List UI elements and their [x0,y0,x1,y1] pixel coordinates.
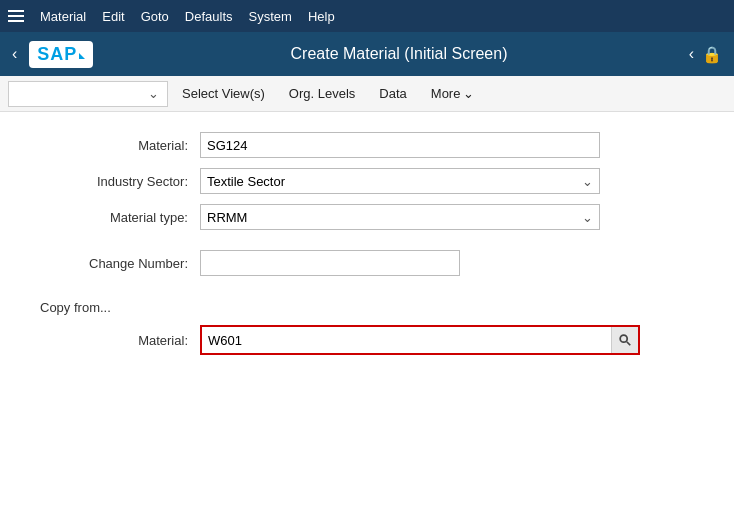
industry-sector-chevron-icon: ⌄ [582,174,593,189]
material-label: Material: [40,138,200,153]
data-button[interactable]: Data [369,81,416,107]
nav-back-icon[interactable]: ‹ [689,45,694,63]
material-row: Material: [40,132,694,158]
more-button[interactable]: More ⌄ [421,81,485,107]
nav-lock-icon[interactable]: 🔒 [702,45,722,64]
copy-from-section: Copy from... Material: [40,300,694,355]
menu-edit[interactable]: Edit [102,9,124,24]
change-number-label: Change Number: [40,256,200,271]
svg-point-0 [620,335,627,342]
material-type-chevron-icon: ⌄ [582,210,593,225]
industry-sector-row: Industry Sector: Textile Sector ⌄ [40,168,694,194]
chevron-down-icon: ⌄ [148,86,159,101]
industry-sector-value: Textile Sector [207,174,582,189]
change-number-input[interactable] [200,250,460,276]
sap-logo-text: SAP [37,44,77,64]
more-chevron-icon: ⌄ [463,86,474,101]
copy-from-row: Material: [40,325,694,355]
select-views-button[interactable]: Select View(s) [172,81,275,107]
industry-sector-label: Industry Sector: [40,174,200,189]
sap-logo-triangle [79,53,85,59]
svg-line-1 [627,342,631,346]
menu-material[interactable]: Material [40,9,86,24]
menu-help[interactable]: Help [308,9,335,24]
back-button[interactable]: ‹ [12,45,17,63]
copy-from-material-label: Material: [40,333,200,348]
main-form: Material: Industry Sector: Textile Secto… [40,132,694,230]
copy-from-material-input[interactable] [202,327,611,353]
nav-icons: ‹ 🔒 [689,45,722,64]
more-label: More [431,86,461,101]
material-type-row: Material type: RRMM ⌄ [40,204,694,230]
title-bar: ‹ SAP Create Material (Initial Screen) ‹… [0,32,734,76]
change-number-section: Change Number: [40,250,694,276]
industry-sector-select[interactable]: Textile Sector ⌄ [200,168,600,194]
menu-goto[interactable]: Goto [141,9,169,24]
menu-defaults[interactable]: Defaults [185,9,233,24]
material-type-value: RRMM [207,210,582,225]
search-icon [618,333,632,347]
material-input[interactable] [200,132,600,158]
hamburger-menu[interactable] [8,10,24,22]
menu-system[interactable]: System [249,9,292,24]
material-type-select[interactable]: RRMM ⌄ [200,204,600,230]
menu-bar: Material Edit Goto Defaults System Help [0,0,734,32]
copy-from-search-button[interactable] [611,327,638,353]
copy-from-input-wrapper [200,325,640,355]
material-type-label: Material type: [40,210,200,225]
change-number-row: Change Number: [40,250,694,276]
toolbar-dropdown[interactable]: ⌄ [8,81,168,107]
page-title: Create Material (Initial Screen) [109,45,688,63]
sap-logo: SAP [29,41,93,68]
copy-from-label: Copy from... [40,300,694,315]
content-area: Material: Industry Sector: Textile Secto… [0,112,734,530]
org-levels-button[interactable]: Org. Levels [279,81,365,107]
toolbar: ⌄ Select View(s) Org. Levels Data More ⌄ [0,76,734,112]
